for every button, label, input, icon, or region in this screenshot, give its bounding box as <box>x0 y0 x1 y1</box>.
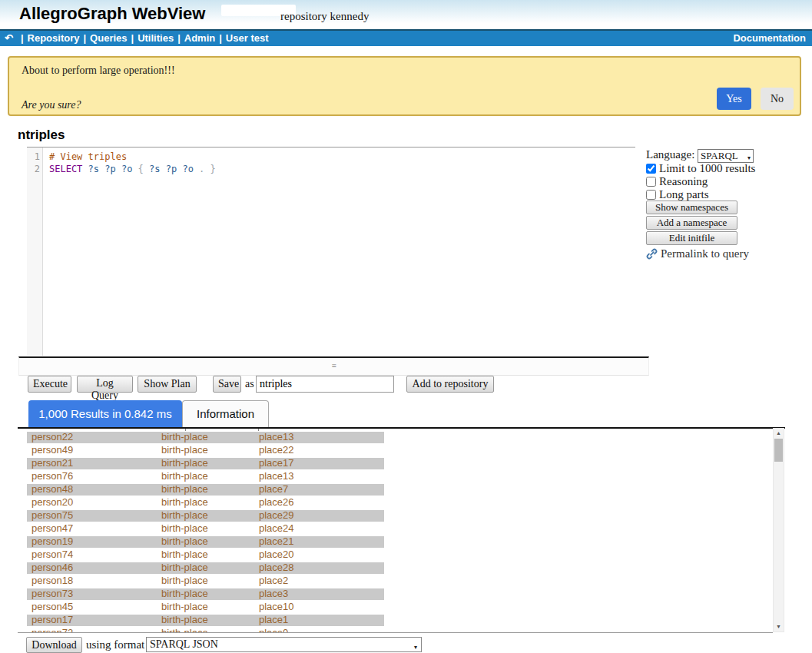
reasoning-checkbox[interactable] <box>646 177 656 187</box>
table-row[interactable]: person74birth-placeplace20 <box>27 549 384 562</box>
cell-predicate: birth-place <box>157 457 254 470</box>
tab-information[interactable]: Information <box>182 400 269 427</box>
query-name-heading: ntriples <box>18 128 65 143</box>
confirmation-alert: About to perform large operation!!! Are … <box>8 56 801 116</box>
table-row[interactable]: person22birth-placeplace13 <box>27 431 384 444</box>
scroll-down-icon[interactable]: ▼ <box>774 624 784 630</box>
cell-predicate: birth-place <box>157 470 254 483</box>
token-punct: { <box>132 164 149 174</box>
table-row[interactable]: person48birth-placeplace7 <box>27 483 384 496</box>
no-button[interactable]: No <box>761 88 794 110</box>
namespace-button-group: Show namespacesAdd a namespaceEdit initf… <box>646 201 737 247</box>
cell-subject: person22 <box>27 431 157 444</box>
table-row[interactable]: person45birth-placeplace10 <box>27 601 384 614</box>
cell-subject: person73 <box>27 588 157 601</box>
cell-subject: person18 <box>27 575 157 588</box>
cell-predicate: birth-place <box>157 509 254 522</box>
nav-link-documentation[interactable]: Documentation <box>733 31 806 46</box>
link-icon <box>646 248 658 260</box>
query-editor[interactable]: 1# View triples2SELECT ?s ?p ?o { ?s ?p … <box>27 147 635 356</box>
main-navbar: ↶ |Repository|Queries|Utilities|Admin|Us… <box>0 29 812 46</box>
nav-separator: | <box>83 31 86 46</box>
cell-predicate: birth-place <box>157 614 254 627</box>
cell-subject: person47 <box>27 522 157 535</box>
language-label: Language: <box>646 148 694 161</box>
editor-code-area[interactable]: 1# View triples2SELECT ?s ?p ?o { ?s ?p … <box>27 151 635 175</box>
save-name-input[interactable] <box>256 376 394 393</box>
show-namespaces-button[interactable]: Show namespaces <box>646 201 737 214</box>
results-tabs: 1,000 Results in 0.842 msInformation <box>28 400 269 427</box>
nav-item-user-test[interactable]: User test <box>226 31 269 46</box>
cell-predicate: birth-place <box>157 549 254 562</box>
cell-subject: person45 <box>27 601 157 614</box>
table-row[interactable]: person75birth-placeplace29 <box>27 509 384 522</box>
nav-item-repository[interactable]: Repository <box>28 31 80 46</box>
show-plan-button[interactable]: Show Plan <box>138 376 197 393</box>
cell-subject: person48 <box>27 483 157 496</box>
language-row: Language: SPARQL ▾ <box>646 148 754 163</box>
table-row[interactable]: person73birth-placeplace3 <box>27 588 384 601</box>
line-number: 1 <box>27 151 43 163</box>
save-as-label: as <box>245 378 254 390</box>
download-format-select[interactable]: SPARQL JSON ▾ <box>146 637 422 652</box>
table-row[interactable]: person76birth-placeplace13 <box>27 470 384 483</box>
token-punct: . } <box>194 164 216 174</box>
permalink-to-query-link[interactable]: Permalink to query <box>646 247 749 260</box>
cell-subject: person19 <box>27 535 157 549</box>
table-row[interactable]: person21birth-placeplace17 <box>27 457 384 470</box>
cell-subject: person72 <box>27 627 157 633</box>
table-row[interactable]: person17birth-placeplace1 <box>27 614 384 627</box>
add-a-namespace-button[interactable]: Add a namespace <box>646 216 737 230</box>
cell-object: place0 <box>254 627 384 633</box>
nav-item-queries[interactable]: Queries <box>90 31 127 46</box>
token-variable: ?s ?p ?o <box>88 164 133 174</box>
nav-separator: | <box>131 31 134 46</box>
checkbox-label: Long parts <box>659 188 709 201</box>
save-button[interactable]: Save <box>213 376 241 393</box>
code-text: # View triples <box>43 151 127 163</box>
line-number: 2 <box>27 163 43 175</box>
table-row[interactable]: person20birth-placeplace26 <box>27 496 384 509</box>
repository-label: repository kennedy <box>280 10 369 23</box>
editor-resize-handle[interactable]: ≡ <box>18 356 649 376</box>
cell-predicate: birth-place <box>157 496 254 509</box>
table-row[interactable]: person47birth-placeplace24 <box>27 522 384 535</box>
yes-button[interactable]: Yes <box>717 88 751 110</box>
permalink-label: Permalink to query <box>661 247 749 260</box>
table-row[interactable]: person18birth-placeplace2 <box>27 575 384 588</box>
edit-initfile-button[interactable]: Edit initfile <box>646 231 737 245</box>
using-format-label: using format <box>86 638 144 651</box>
token-plain <box>82 164 88 174</box>
download-button[interactable]: Download <box>26 637 82 653</box>
cell-predicate: birth-place <box>157 588 254 601</box>
language-value: SPARQL <box>701 150 738 161</box>
table-row[interactable]: person49birth-placeplace22 <box>27 444 384 457</box>
log-query-button[interactable]: Log Query <box>77 376 133 393</box>
results-scrollbar[interactable]: ▲ ▼ <box>773 428 784 632</box>
table-row[interactable]: person19birth-placeplace21 <box>27 535 384 549</box>
code-text: SELECT ?s ?p ?o { ?s ?p ?o . } <box>43 163 216 175</box>
long-parts-checkbox[interactable] <box>646 190 656 200</box>
scrollbar-thumb[interactable] <box>774 439 783 462</box>
table-row[interactable]: person72birth-placeplace0 <box>27 627 384 633</box>
cell-subject: person76 <box>27 470 157 483</box>
limit-to-1000-results-checkbox[interactable] <box>646 164 656 174</box>
cell-subject: person75 <box>27 509 157 522</box>
chevron-down-icon: ▾ <box>414 641 417 653</box>
checkbox-label: Limit to 1000 results <box>659 162 755 175</box>
execute-button[interactable]: Execute <box>28 376 71 393</box>
page-header: AllegroGraph WebView repository kennedy <box>0 0 812 29</box>
language-select[interactable]: SPARQL ▾ <box>698 149 754 163</box>
table-row[interactable]: person46birth-placeplace28 <box>27 562 384 575</box>
scroll-up-icon[interactable]: ▲ <box>774 430 784 436</box>
nav-item-admin[interactable]: Admin <box>184 31 215 46</box>
back-arrow-icon[interactable]: ↶ <box>5 31 13 46</box>
checkbox-row: Reasoning <box>646 175 755 188</box>
nav-left-group: ↶ |Repository|Queries|Utilities|Admin|Us… <box>5 31 269 46</box>
cell-predicate: birth-place <box>157 431 254 444</box>
cell-object: place13 <box>254 431 384 444</box>
add-to-repository-button[interactable]: Add to repository <box>406 376 494 393</box>
cell-subject: person20 <box>27 496 157 509</box>
nav-item-utilities[interactable]: Utilities <box>138 31 174 46</box>
tab-results[interactable]: 1,000 Results in 0.842 ms <box>28 400 182 427</box>
